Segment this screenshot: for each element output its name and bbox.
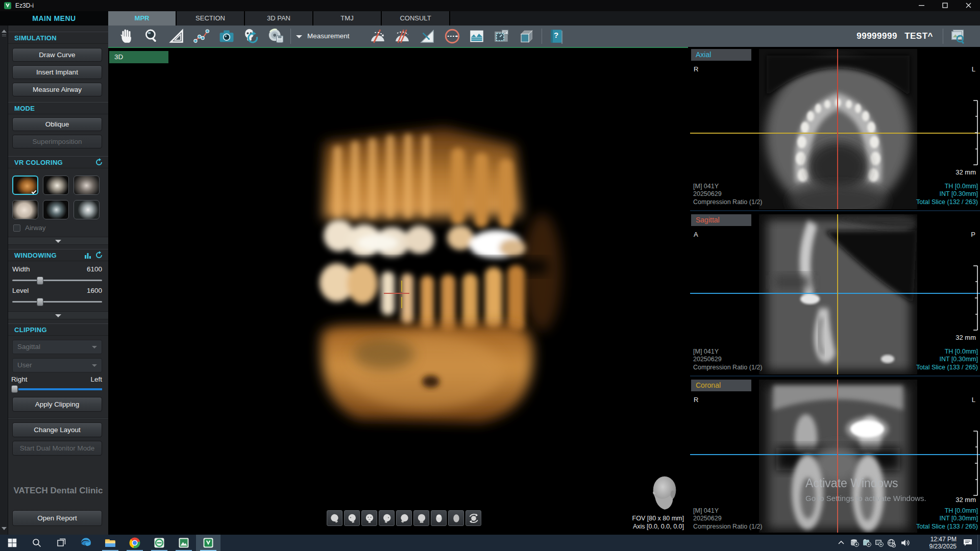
zoom-icon[interactable]: [142, 28, 161, 45]
insert-implant-button[interactable]: Insert Implant: [12, 65, 102, 79]
maximize-button[interactable]: [933, 0, 957, 11]
width-slider-thumb[interactable]: [37, 277, 43, 285]
level-slider-thumb[interactable]: [37, 298, 43, 306]
edge-browser-icon[interactable]: [74, 535, 98, 551]
face-view-back-button[interactable]: [413, 510, 429, 526]
reset-view-icon[interactable]: [242, 28, 260, 45]
width-slider-track[interactable]: [12, 280, 102, 281]
fov-value: FOV [80 x 80 mm]: [632, 514, 684, 522]
image-viewer-app-icon[interactable]: [172, 535, 196, 551]
tray-volume-icon[interactable]: [899, 535, 913, 551]
minimize-button[interactable]: [910, 0, 933, 11]
coronal-panel[interactable]: Coronal R L 32 mm Activate Windows Go to…: [690, 378, 980, 535]
face-view-top-button[interactable]: [431, 510, 447, 526]
measurement-dropdown[interactable]: Measurement: [296, 26, 350, 47]
sagittal-crosshair-horizontal[interactable]: [690, 293, 980, 294]
face-view-right-oblique-button[interactable]: [396, 510, 412, 526]
sidebar-scrollbar[interactable]: [0, 26, 8, 535]
axial-panel[interactable]: Axial R L 32 mm [M] 041Y20250629Compress…: [690, 47, 980, 211]
length-measure-icon[interactable]: [167, 28, 186, 45]
close-button[interactable]: [957, 0, 980, 11]
vr-preset-soft-tissue[interactable]: [12, 200, 38, 219]
draw-curve-icon[interactable]: [192, 28, 211, 45]
oblique-button[interactable]: Oblique: [12, 117, 102, 131]
tab-3d-pan[interactable]: 3D PAN: [245, 11, 313, 26]
vr-preset-bone-color[interactable]: [12, 176, 38, 195]
action-center-icon[interactable]: [961, 535, 976, 551]
area-measure-icon[interactable]: [418, 28, 436, 45]
vr-collapse-bar[interactable]: [8, 237, 108, 245]
ez3d-app-icon-active[interactable]: [196, 535, 220, 551]
tray-database-sync-icon[interactable]: [849, 535, 862, 551]
tab-section[interactable]: SECTION: [177, 11, 245, 26]
coronal-crosshair-vertical[interactable]: [837, 380, 838, 533]
profile-icon[interactable]: [468, 28, 486, 45]
histogram-icon[interactable]: [84, 251, 92, 259]
draw-curve-button[interactable]: Draw Curve: [12, 48, 102, 62]
vr-preset-custom-gear[interactable]: [74, 200, 100, 219]
sagittal-scale-label: 32 mm: [955, 334, 976, 341]
level-slider-track[interactable]: [12, 301, 102, 303]
face-view-bottom-button[interactable]: [448, 510, 464, 526]
diameter-icon[interactable]: [443, 28, 461, 45]
rotate-view-button[interactable]: [465, 510, 481, 526]
windowing-collapse-bar[interactable]: [8, 311, 108, 319]
tray-network-globe-icon[interactable]: [886, 535, 898, 551]
taskbar-clock[interactable]: 12:47 PM 9/23/2025: [918, 535, 957, 551]
open-report-button[interactable]: Open Report: [12, 510, 102, 526]
tab-consult[interactable]: CONSULT: [382, 11, 450, 26]
taskbar-search-button[interactable]: [24, 535, 49, 551]
tab-tmj[interactable]: TMJ: [313, 11, 382, 26]
face-view-front-button[interactable]: [361, 510, 377, 526]
axial-crosshair-horizontal[interactable]: [690, 133, 980, 134]
viewport-3d[interactable]: 3D: [108, 47, 688, 535]
coronal-panel-header: Coronal: [691, 380, 751, 391]
face-view-left-button[interactable]: [344, 510, 360, 526]
change-layout-button[interactable]: Change Layout: [12, 422, 102, 437]
angle-icon[interactable]: [369, 28, 387, 45]
help-icon[interactable]: ?: [547, 28, 566, 45]
axial-crosshair-vertical[interactable]: [837, 49, 838, 209]
capture-icon[interactable]: [217, 28, 236, 45]
volume-cube-icon[interactable]: [517, 28, 535, 45]
scroll-up-icon[interactable]: [2, 30, 7, 33]
measure-airway-button[interactable]: Measure Airway: [12, 83, 102, 96]
sagittal-ct-image[interactable]: [759, 214, 917, 374]
coronal-ct-image[interactable]: [759, 380, 917, 533]
show-desktop-button[interactable]: [977, 535, 980, 551]
chrome-browser-icon[interactable]: [122, 535, 147, 551]
tray-chevron-up[interactable]: [835, 535, 848, 551]
sidebar-divider: [8, 417, 108, 418]
windowing-refresh-icon[interactable]: [95, 251, 103, 259]
clipping-slider-thumb[interactable]: [11, 385, 18, 393]
orientation-head-model[interactable]: [648, 475, 681, 513]
vr-refresh-icon[interactable]: [95, 158, 103, 166]
tray-media-server-icon[interactable]: [874, 535, 886, 551]
axial-ct-image[interactable]: [759, 49, 917, 209]
tray-capture-sync-icon[interactable]: [862, 535, 874, 551]
scroll-down-icon[interactable]: [2, 527, 7, 530]
volume-render-teeth[interactable]: [277, 114, 573, 446]
coronal-crosshair-horizontal[interactable]: [690, 454, 980, 455]
sidebar-content: SIMULATION Draw Curve Insert Implant Mea…: [8, 26, 108, 535]
ezdent-app-icon[interactable]: [147, 535, 172, 551]
pan-icon[interactable]: [118, 28, 136, 45]
face-view-left-oblique-button[interactable]: [327, 510, 342, 526]
start-button[interactable]: [0, 535, 24, 551]
face-view-right-button[interactable]: [379, 510, 395, 526]
clock-date: 9/23/2025: [918, 543, 957, 550]
vr-preset-bone-white[interactable]: [43, 176, 69, 195]
triple-angle-icon[interactable]: [393, 28, 411, 45]
task-view-button[interactable]: [49, 535, 74, 551]
apply-clipping-button[interactable]: Apply Clipping: [12, 397, 102, 412]
save-export-icon[interactable]: [267, 28, 285, 45]
tab-mpr[interactable]: MPR: [108, 11, 177, 26]
vr-preset-airway-ghost[interactable]: [43, 200, 69, 219]
image-browser-icon[interactable]: [948, 28, 967, 45]
sagittal-panel[interactable]: Sagittal A P 32 mm [M] 041Y20250629Compr…: [690, 212, 980, 377]
file-explorer-icon[interactable]: [98, 535, 122, 551]
vr-preset-translucent[interactable]: [74, 176, 100, 195]
roi-note-icon[interactable]: [492, 28, 510, 45]
clipping-slider-track[interactable]: [18, 388, 102, 390]
sagittal-crosshair-vertical[interactable]: [837, 214, 838, 374]
